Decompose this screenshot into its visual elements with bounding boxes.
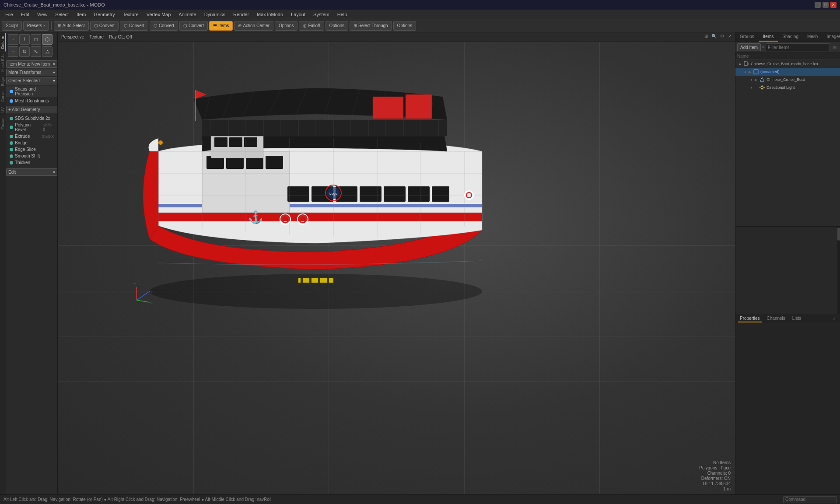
scrollbar-track[interactable] [837,227,840,314]
tree-item-file[interactable]: ● Chinese_Cruise_Boat_modo_base.lxo [735,60,840,68]
menu-vertex-map[interactable]: Vertex Map [143,11,175,18]
vert-tab-curve[interactable]: Curve [0,89,6,105]
command-input[interactable] [784,497,836,502]
tool-btn-select-edge[interactable]: / [19,34,30,45]
mesh-constraints-item[interactable]: Mesh Constraints [6,98,57,104]
select-through-button[interactable]: ⊞ Select Through [350,21,392,31]
extrude-item[interactable]: Extrude Shift-X [6,133,57,140]
bridge-item[interactable]: Bridge [6,140,57,146]
filter-icon[interactable]: ⊞ [831,44,838,51]
snaps-precision-item[interactable]: Snaps and Precision [6,86,57,97]
left-vert-strip: Deform Mesh Edit Edge Curve UV Fusion [0,32,6,494]
menu-animate[interactable]: Animate [175,11,200,18]
close-button[interactable]: ✕ [830,2,836,8]
props-tab-lists[interactable]: Lists [791,315,803,322]
vert-tab-fusion[interactable]: Fusion [0,115,6,132]
tool-btn-transform[interactable]: △ [42,46,52,57]
falloff-options-button[interactable]: Options [326,21,348,31]
sds-subdivide-item[interactable]: SDS Subdivide 2x [6,115,57,122]
menu-select[interactable]: Select [52,11,72,18]
thicken-item[interactable]: Thicken [6,159,57,166]
falloff-button[interactable]: ◎ Falloff [299,21,324,31]
menu-layout[interactable]: Layout [287,11,309,18]
tree-visibility-2[interactable]: ● [750,78,755,82]
menu-file[interactable]: File [2,11,17,18]
titlebar-title: Chinese_Cruise_Boat_modo_base.lxo - MODO [4,2,105,7]
props-expand-icon[interactable]: ↗ [830,315,837,322]
tree-expand-1[interactable]: ▶ [749,70,753,74]
svg-rect-63 [744,61,747,65]
tool-btn-select-poly[interactable]: □ [31,34,41,45]
menu-edit[interactable]: Edit [18,11,33,18]
texture-label[interactable]: Texture [89,35,104,39]
edit-header[interactable]: Edit ▾ [6,168,57,176]
minimize-button[interactable]: ─ [815,2,821,8]
tool-btn-scale[interactable]: ⤡ [31,46,41,57]
menu-help[interactable]: Help [334,11,351,18]
sculpt-button[interactable]: Sculpt [2,21,22,31]
perspective-label[interactable]: Perspective [61,35,84,39]
vp-icon-4[interactable]: ↗ [726,32,733,39]
presets-button[interactable]: Presets ▾ [23,21,49,31]
action-center-options-button[interactable]: Options [275,21,298,31]
tool-btn-move[interactable]: ↔ [8,46,18,57]
center-selected-header[interactable]: Center Selected ▾ [6,77,57,84]
smooth-shift-item[interactable]: Smooth Shift [6,153,57,159]
svg-rect-16 [214,137,228,147]
viewport[interactable]: Perspective Texture Ray GL: Off ⊞ 🔍 ⚙ ↗ [58,32,735,494]
vert-tab-uv[interactable]: UV [0,105,6,116]
tree-visibility-3[interactable]: ● [750,86,755,90]
rp-tab-mesh[interactable]: Mesh [803,32,822,42]
menu-texture[interactable]: Texture [119,11,142,18]
convert-button-3[interactable]: ⬡ Convert [150,21,178,31]
tool-btn-select-point[interactable]: · [8,34,18,45]
auto-select-button[interactable]: ⊞ Auto Select [54,21,89,31]
add-item-arrow[interactable]: ▾ [762,45,764,49]
maximize-button[interactable]: □ [822,2,829,8]
rp-tab-shading[interactable]: Shading [778,32,803,42]
vert-tab-edge[interactable]: Edge [0,74,6,89]
select-options-button[interactable]: Options [393,21,416,31]
tree-visibility-1[interactable]: ● [744,70,749,74]
tree-visibility-0[interactable]: ● [739,62,743,66]
props-tab-channels[interactable]: Channels [765,315,787,322]
convert-button-1[interactable]: ⬡ Convert [90,21,119,31]
tree-item-scene[interactable]: ● ▶ (unnamed) [735,68,840,76]
menu-geometry[interactable]: Geometry [90,11,118,18]
ray-gl-label[interactable]: Ray GL: Off [109,35,132,39]
polygon-bevel-item[interactable]: Polygon Bevel Shift-B [6,122,57,133]
props-tab-properties[interactable]: Properties [738,315,762,322]
tool-btn-select-item[interactable]: ⬡ [42,34,52,45]
vert-tab-mesh-edit[interactable]: Mesh Edit [0,52,6,74]
filter-items-input[interactable] [766,43,830,51]
vp-icon-1[interactable]: ⊞ [703,32,710,39]
tree-item-boat[interactable]: ● ▶ Chinese_Cruise_Boat [735,76,840,84]
add-item-button[interactable]: Add Item [737,43,761,51]
menu-item[interactable]: Item [73,11,89,18]
menu-dynamics[interactable]: Dynamics [201,11,229,18]
convert-button-4[interactable]: ⬡ Convert [179,21,208,31]
tree-expand-2[interactable]: ▶ [755,78,759,82]
action-center-button[interactable]: ⊕ Action Center [234,21,273,31]
vp-icon-2[interactable]: 🔍 [710,32,718,39]
convert-button-2[interactable]: ⬡ Convert [120,21,148,31]
item-menu-header[interactable]: Item Menu: New Item ▾ [6,60,57,68]
convert-icon-4: ⬡ [183,23,187,28]
tool-btn-rotate[interactable]: ↻ [19,46,30,57]
edge-slice-item[interactable]: Edge Slice [6,146,57,153]
menu-system[interactable]: System [310,11,333,18]
menu-render[interactable]: Render [230,11,252,18]
vert-tab-deform[interactable]: Deform [0,33,6,52]
scrollbar-thumb[interactable] [837,228,840,241]
rp-tab-items[interactable]: Items [759,32,778,42]
menu-view[interactable]: View [34,11,51,18]
add-geometry-header[interactable]: + Add Geometry [6,106,57,113]
tree-item-light[interactable]: ● Directional Light [735,84,840,91]
items-button[interactable]: ☰ Items [209,21,233,31]
toolbar: Sculpt Presets ▾ ⊞ Auto Select ⬡ Convert… [0,19,840,32]
rp-tab-groups[interactable]: Groups [735,32,759,42]
rp-tab-images[interactable]: Images [822,32,840,42]
transforms-header[interactable]: More Transforms ▾ [6,69,57,76]
menu-maxtomodo[interactable]: MaxToModo [253,11,287,18]
vp-icon-3[interactable]: ⚙ [718,32,725,39]
